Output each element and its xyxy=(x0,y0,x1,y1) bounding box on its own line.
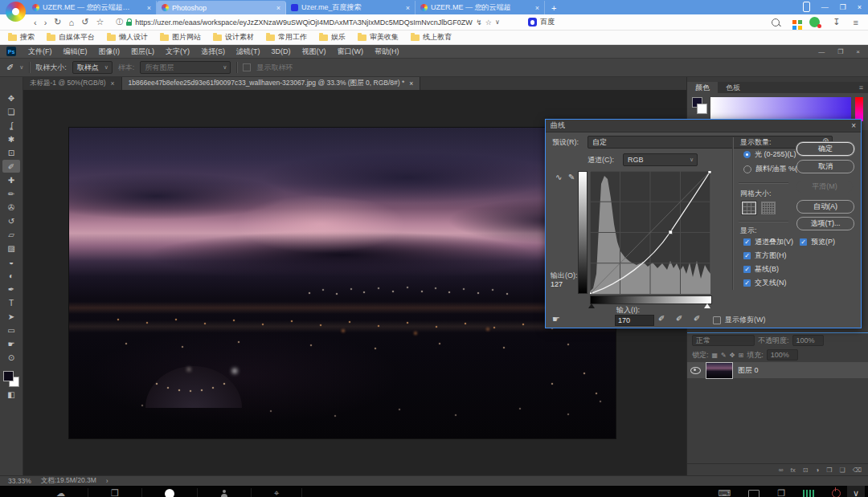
show-clipping-checkbox[interactable] xyxy=(713,316,721,324)
doc-tab-wallhaven[interactable]: 1b866ee47b8efee25d93e61f90097c33_wallhav… xyxy=(122,77,421,90)
show-clipping-row[interactable]: 显示修剪(W) xyxy=(713,315,766,325)
menu-type[interactable]: 文字(Y) xyxy=(160,47,195,57)
marquee-tool[interactable]: ❏ xyxy=(2,105,20,118)
curves-dialog-titlebar[interactable]: 曲线 × xyxy=(546,120,861,132)
bookmark-folder[interactable]: 搜索 xyxy=(8,32,35,43)
address-bar[interactable]: ⓘ https://uzer.me/eaas/workspace/eyJzZXN… xyxy=(116,17,518,27)
account-avatar-icon[interactable] xyxy=(809,17,820,27)
url-text[interactable]: https://uzer.me/eaas/workspace/eyJzZXNza… xyxy=(135,18,473,26)
layer-row-0[interactable]: 图层 0 xyxy=(687,362,868,378)
shape-tool[interactable]: ▭ xyxy=(2,324,20,336)
radio-light[interactable] xyxy=(743,151,751,158)
check-histogram-row[interactable]: ✓ 直方图(H) xyxy=(743,251,787,261)
panel-color-swatches[interactable] xyxy=(692,97,706,116)
bookmark-folder[interactable]: 图片网站 xyxy=(160,32,201,43)
menu-view[interactable]: 视图(V) xyxy=(297,47,332,57)
foreground-color-swatch[interactable] xyxy=(3,371,14,381)
dodge-tool[interactable]: ◐ xyxy=(2,269,20,282)
histogram-checkbox[interactable]: ✓ xyxy=(743,252,751,259)
menu-3d[interactable]: 3D(D) xyxy=(266,47,297,55)
healing-brush-tool[interactable]: ✚ xyxy=(2,173,20,186)
refresh-icon[interactable]: ↻ xyxy=(54,17,61,27)
layer-visibility-eye-icon[interactable] xyxy=(690,367,701,374)
forward-icon[interactable]: › xyxy=(44,18,47,27)
lock-all-icon[interactable]: ⊞ xyxy=(738,352,743,359)
radio-light-row[interactable]: 光 (0-255)(L) xyxy=(743,149,796,160)
photo-night-cityscape[interactable] xyxy=(69,128,616,438)
black-point-eyedropper-icon[interactable]: ✐ xyxy=(658,314,665,323)
info-icon[interactable]: ⓘ xyxy=(116,17,123,27)
tab-photoshop[interactable]: Photoshop × xyxy=(157,1,286,14)
bookmark-folder[interactable]: 常用工作 xyxy=(266,32,307,43)
highlight-input-slider[interactable] xyxy=(704,303,710,308)
dialog-close-icon[interactable]: × xyxy=(851,121,856,130)
power-icon[interactable] xyxy=(832,489,841,497)
crop-tool[interactable]: ⊡ xyxy=(2,146,20,159)
curve-point-mode-icon[interactable]: ∿ xyxy=(555,173,562,181)
cloud-upload-icon[interactable]: ☁ xyxy=(56,488,65,497)
home-icon[interactable]: ⌂ xyxy=(69,18,75,27)
bookmark-folder[interactable]: 娱乐 xyxy=(319,32,346,43)
input-value-field[interactable]: 170 xyxy=(615,315,654,326)
shadow-input-slider[interactable] xyxy=(588,303,595,308)
adjustment-layer-icon[interactable]: ◑ xyxy=(816,466,820,474)
taskbar-expand-icon[interactable]: ∨ xyxy=(847,486,865,497)
color-swatches[interactable] xyxy=(3,371,19,387)
display-icon[interactable] xyxy=(748,490,760,497)
clone-stamp-tool[interactable]: ✇ xyxy=(2,201,20,214)
tab-close-icon[interactable]: × xyxy=(147,4,151,12)
layer-mask-icon[interactable]: ⊡ xyxy=(803,466,809,474)
network-signal-icon[interactable] xyxy=(803,490,814,497)
bookmark-star-icon[interactable]: ☆ xyxy=(96,17,104,27)
doc-close-icon[interactable]: × xyxy=(111,79,115,88)
chat-icon[interactable]: ❒ xyxy=(111,488,119,497)
record-dot-icon[interactable] xyxy=(165,489,174,497)
curve-point-selected[interactable] xyxy=(669,230,673,234)
gray-point-eyedropper-icon[interactable]: ✐ xyxy=(676,314,682,323)
target-icon[interactable]: ⌖ xyxy=(274,488,279,497)
curves-dialog[interactable]: 曲线 × 预设(R): 自定 ∨ ⊛ 通道(C): RGB ∨ ∿ ✎ xyxy=(545,119,862,328)
curve-point-shadow[interactable] xyxy=(590,292,592,294)
lock-position-icon[interactable]: ✥ xyxy=(730,352,735,359)
radio-pigment[interactable] xyxy=(743,165,751,173)
hue-strip-picker[interactable] xyxy=(855,97,863,121)
tab-baidu-search[interactable]: Uzer.me_百度搜索 × xyxy=(286,1,416,14)
ps-logo-icon[interactable]: Ps xyxy=(6,47,16,56)
eyedropper-tool[interactable]: ✐ xyxy=(2,160,20,173)
layer-effects-icon[interactable]: fx xyxy=(791,466,796,474)
baseline-checkbox[interactable]: ✓ xyxy=(743,266,751,273)
lasso-tool[interactable]: ʆ xyxy=(2,119,20,132)
move-tool[interactable]: ✥ xyxy=(2,92,20,104)
url-dropdown-icon[interactable]: ∨ xyxy=(495,18,500,26)
auto-button[interactable]: 自动(A) xyxy=(796,200,854,214)
bookmark-folder[interactable]: 线上教育 xyxy=(411,32,452,43)
preview-checkbox[interactable]: ✓ xyxy=(800,238,807,246)
magic-wand-tool[interactable]: ✱ xyxy=(2,132,20,145)
menu-image[interactable]: 图像(I) xyxy=(93,47,126,57)
tab-close-icon[interactable]: × xyxy=(535,4,539,12)
bookmark-folder[interactable]: 懒人设计 xyxy=(107,32,148,43)
output-value[interactable]: 127 xyxy=(551,280,563,288)
layer-thumbnail[interactable] xyxy=(706,362,733,379)
eyedropper-tool-icon[interactable]: ✐ xyxy=(6,63,14,73)
path-select-tool[interactable]: ➤ xyxy=(2,310,20,323)
ps-restore-icon[interactable]: ❐ xyxy=(837,48,843,55)
menu-file[interactable]: 文件(F) xyxy=(23,47,58,57)
check-baseline-row[interactable]: ✓ 基线(B) xyxy=(743,264,779,275)
hand-tool[interactable]: ☛ xyxy=(2,337,20,350)
menu-icon[interactable]: ≡ xyxy=(854,18,858,27)
mobile-view-icon[interactable] xyxy=(803,2,810,12)
layer-name[interactable]: 图层 0 xyxy=(738,365,759,376)
curve-pencil-mode-icon[interactable]: ✎ xyxy=(568,173,575,181)
download-icon[interactable]: ↧ xyxy=(833,17,840,27)
sample-size-select[interactable]: 取样点 ∨ xyxy=(72,61,113,74)
new-tab-button[interactable]: + xyxy=(551,2,556,14)
curve-point-highlight[interactable] xyxy=(708,171,711,173)
panel-menu-icon[interactable]: ≡ xyxy=(859,84,863,92)
tab-color[interactable]: 颜色 xyxy=(687,82,718,93)
flash-icon[interactable]: ↯ xyxy=(476,18,482,26)
check-overlay-row[interactable]: ✓ 通道叠加(V) xyxy=(743,237,793,247)
layer-group-icon[interactable]: ❒ xyxy=(826,466,832,474)
white-point-eyedropper-icon[interactable]: ✐ xyxy=(694,314,700,323)
menu-select[interactable]: 选择(S) xyxy=(195,47,231,57)
